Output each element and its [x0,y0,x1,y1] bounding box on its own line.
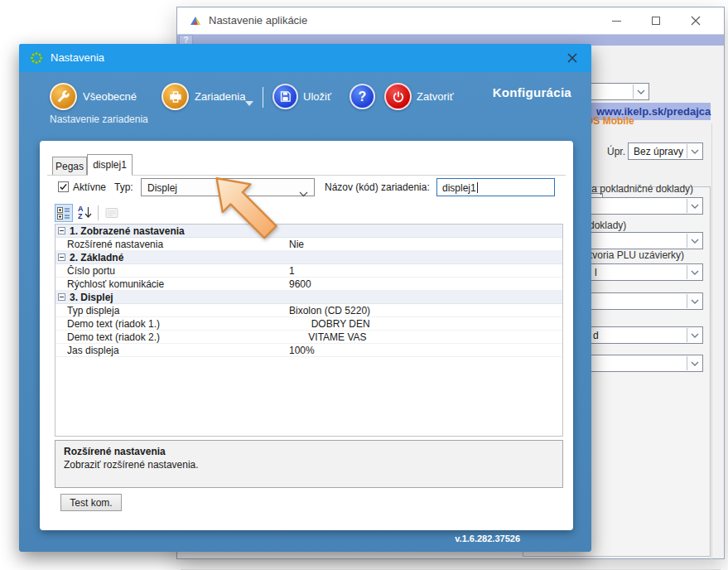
type-label: Typ: [114,181,133,193]
devices-dropdown-chevron-icon[interactable] [245,94,253,109]
app-logo-icon [189,14,202,27]
description-text: Zobraziť rozšírené nastavenia. [64,459,199,471]
property-row[interactable]: Typ displejaBixolon (CD 5220) [55,304,562,317]
save-button[interactable] [272,84,298,109]
close-app-button-label[interactable]: Zatvoriť [417,90,454,103]
settings-app-icon [30,51,43,65]
property-name[interactable]: Demo text (riadok 1.) [67,318,277,330]
devices-button-label[interactable]: Zariadenia [195,90,245,103]
property-name[interactable]: Číslo portu [67,265,277,277]
question-icon: ? [359,89,367,104]
chevron-down-icon[interactable] [687,144,701,158]
property-row[interactable]: Rýchlosť komunikácie9600 [55,278,562,291]
test-communication-button-label: Test kom. [70,497,112,509]
active-checkbox[interactable] [58,181,69,192]
settings-dialog: Nastavenia Všeobecné Zariadenia [19,44,591,552]
property-name[interactable]: Demo text (riadok 2.) [67,331,277,343]
text-caret [477,182,478,193]
property-value[interactable]: VITAME VAS [289,331,367,343]
pg-toolbar-separator [98,205,99,220]
collapse-icon[interactable] [58,293,65,301]
property-name[interactable]: Rýchlosť komunikácie [67,278,277,290]
combo-upr[interactable]: Bez úpravy [628,142,703,160]
maximize-button[interactable] [639,7,673,34]
category-label: 2. Základné [70,252,123,263]
collapse-icon[interactable] [58,254,65,261]
property-name[interactable]: Typ displeja [67,305,277,316]
combo-upr-value: Bez úpravy [634,146,683,157]
section-title: Konfigurácia [493,85,571,99]
property-category-row[interactable]: 3. Displej [55,291,562,304]
property-value[interactable]: 100% [289,345,315,356]
general-button[interactable] [50,83,77,110]
version-label: v.1.6.282.37526 [455,534,520,543]
app-window-titlebar[interactable]: Nastavenie aplikácie [177,7,724,34]
device-name-label: Názov (kód) zariadenia: [325,181,430,193]
device-name-input[interactable]: displej1 [436,178,555,196]
tab-displej1[interactable]: displej1 [87,154,133,176]
settings-title: Nastavenia [51,51,104,64]
property-category-row[interactable]: 1. Zobrazené nastavenia [55,225,562,238]
screen: Nastavenie aplikácie ? www.ikelp.sk/pred… [0,0,728,570]
maximize-icon [652,17,660,25]
active-checkbox-label[interactable]: Aktívne [73,181,106,193]
app-window-title: Nastavenie aplikácie [209,14,307,27]
chevron-down-icon[interactable] [687,199,701,213]
test-communication-button[interactable]: Test kom. [60,494,122,511]
settings-close-button[interactable] [560,48,585,68]
close-icon [691,16,701,26]
property-value[interactable]: DOBRY DEN [289,318,370,330]
description-title: Rozšírené nastavenia [64,446,166,457]
close-icon [566,52,578,64]
combo-6-value: d [593,330,599,341]
help-button[interactable]: ? [350,84,375,109]
upr-label: Úpr. [607,146,625,157]
property-row[interactable]: Demo text (riadok 2.) VITAME VAS [55,331,562,344]
property-value[interactable]: Nie [289,239,304,250]
property-row[interactable]: Číslo portu1 [55,264,562,278]
pos-mobile-label: OS Mobile [586,115,634,127]
alphabetical-sort-button[interactable]: A Z [75,204,94,222]
property-pages-icon [105,207,118,219]
settings-titlebar[interactable]: Nastavenia [19,44,591,72]
property-row[interactable]: Rozšírené nastaveniaNie [55,238,562,251]
chevron-down-icon[interactable] [633,85,648,99]
close-window-button[interactable] [679,7,712,34]
panel-edge-line [711,123,712,564]
property-row[interactable]: Demo text (riadok 1.) DOBRY DEN [55,317,562,331]
property-value[interactable]: 1 [289,265,295,277]
collapse-icon[interactable] [58,227,65,234]
device-settings-panel: Pegas displej1 Aktívne Typ: Displej Názo… [40,141,573,530]
category-label: 3. Displej [70,292,113,303]
toolbar-separator [263,87,263,108]
property-value[interactable]: 9600 [289,278,311,290]
highlight-arrow-cursor [199,172,282,255]
save-button-label[interactable]: Uložiť [303,90,331,103]
device-name-value: displej1 [442,182,476,194]
devices-button[interactable] [162,83,189,110]
sort-az-icon: A Z [77,205,92,220]
property-category-row[interactable]: 2. Základné [55,251,562,264]
dialog-subtitle: Nastavenie zariadenia [50,114,148,125]
property-grid[interactable]: 1. Zobrazené nastaveniaRozšírené nastave… [55,224,563,437]
property-row[interactable]: Jas displeja100% [55,344,562,357]
chevron-down-icon[interactable] [299,186,308,200]
power-icon [392,90,405,104]
minimize-icon [612,21,621,22]
categorized-view-button[interactable] [55,204,73,222]
chevron-down-icon[interactable] [687,265,701,279]
wrench-icon [56,89,70,104]
chevron-down-icon[interactable] [687,328,701,342]
tab-pegas[interactable]: Pegas [52,157,87,175]
chevron-down-icon[interactable] [687,234,701,248]
categorized-icon [57,206,70,220]
combo-plu-value: l [595,267,597,278]
chevron-down-icon[interactable] [687,356,701,370]
property-value[interactable]: Bixolon (CD 5220) [289,305,370,316]
close-app-button[interactable] [384,83,412,110]
minimize-button[interactable] [600,7,633,34]
chevron-down-icon[interactable] [687,294,701,308]
property-name[interactable]: Jas displeja [67,345,277,356]
general-button-label[interactable]: Všeobecné [83,90,137,103]
floppy-icon [279,90,292,103]
